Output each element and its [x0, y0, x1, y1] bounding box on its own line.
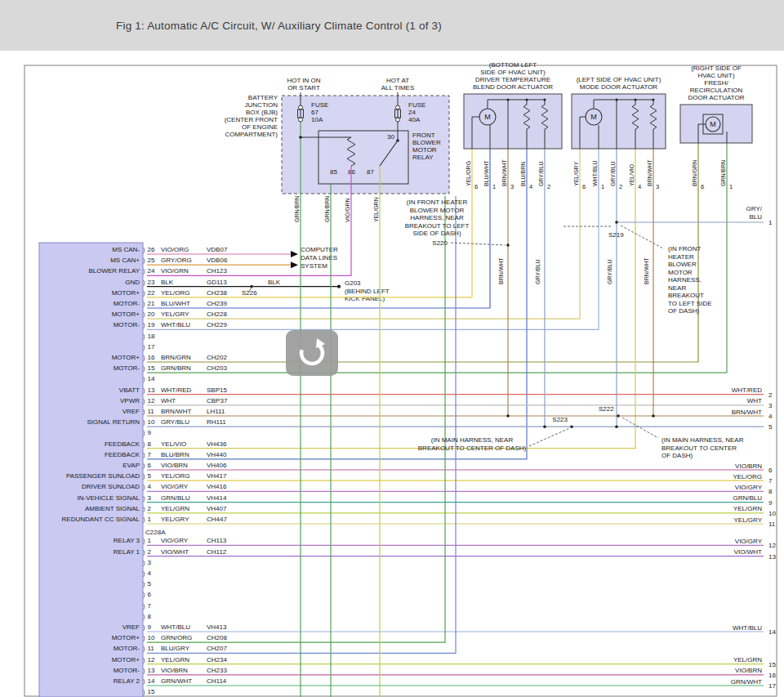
wire-color-label: YEL/ORG — [161, 289, 190, 297]
relay-pin-label: 85 — [330, 168, 337, 176]
pin-number: 12 — [148, 397, 155, 404]
wire-color-label: GRN/BRN — [294, 196, 300, 222]
pin-label: RELAY 3 — [114, 537, 140, 544]
wire-color-label: YEL/GRN — [161, 505, 189, 512]
wire-color-label: BLU/WHT — [161, 300, 190, 307]
junction-dot — [615, 221, 618, 224]
note: BREAKOUT TO CENTER OF DASH) — [418, 445, 527, 452]
wire-color-label: YEL/GRN — [733, 505, 762, 512]
pin-number: 13 — [148, 667, 155, 674]
edge-pin-number: 5 — [768, 423, 773, 431]
connector-label: C228A — [145, 529, 166, 536]
pin-bracket: ) — [143, 613, 145, 620]
wire-color-label: WHT — [747, 397, 762, 404]
pin-bracket: ) — [143, 333, 145, 340]
wire-color-label: VIO/GRY — [161, 483, 189, 490]
junction-dot — [337, 284, 341, 288]
pin-label: MS CAN+ — [110, 257, 140, 264]
circuit-code: CH447 — [207, 516, 227, 523]
wire-color-label: VIO/GRN — [345, 198, 350, 222]
junction-dot — [506, 414, 510, 418]
note: HARNESS, NEAR — [410, 214, 464, 221]
pin-bracket: ) — [143, 289, 145, 297]
note: SIDE OF DASH) — [412, 230, 461, 237]
motor-letter: M — [484, 113, 491, 121]
bjb-location-label: COMPARTMENT) — [225, 131, 278, 138]
pin-label: AMBIENT SIGNAL — [85, 505, 140, 512]
pin-number: 16 — [148, 354, 155, 361]
circuit-code: CH113 — [207, 537, 227, 544]
pin-bracket: ) — [143, 429, 145, 436]
actuator-pin-number: 6 — [701, 183, 704, 190]
circuit-code: GD113 — [207, 279, 227, 286]
actuator-label: DRIVER TEMPERATURE — [475, 76, 550, 83]
wire-color-label: YEL/GRN — [733, 656, 762, 663]
splice-label: S222 — [599, 405, 614, 413]
pin-number: 19 — [148, 321, 155, 328]
junction-dot — [635, 99, 637, 101]
pin-label: VREF — [122, 408, 140, 415]
pin-label: MS CAN- — [112, 246, 140, 253]
wiring-diagram: )26MS CAN-VIO/ORGVDB07)25MS CAN+GRY/ORGV… — [0, 0, 784, 697]
circuit-code: VH413 — [207, 623, 227, 631]
ground-label: G203 — [345, 279, 361, 287]
pin-number: 3 — [148, 494, 152, 502]
bjb-location-label: BOX (BJB) — [246, 109, 278, 116]
wire-color-label: BLK — [268, 279, 281, 286]
actuator-label: FRESH/ — [704, 79, 728, 87]
wire-color-label: WHT/RED — [161, 386, 192, 394]
junction-dot — [526, 99, 528, 101]
junction-dot — [652, 414, 655, 418]
pin-bracket: ) — [143, 494, 145, 502]
circuit-code: VH414 — [207, 494, 227, 502]
pin-label: MOTOR+ — [112, 289, 140, 297]
circuit-code: VH436 — [207, 440, 227, 448]
pin-number: 7 — [148, 451, 152, 458]
wire-color-label: YEL/ORG — [161, 472, 190, 480]
motor-letter: M — [710, 120, 716, 128]
actuator-pin-number: 1 — [492, 183, 496, 190]
pin-number: 12 — [148, 656, 155, 663]
pin-bracket: ) — [143, 677, 145, 685]
actuator-label: MODE DOOR ACTUATOR — [580, 83, 657, 91]
hot-label: OR START — [287, 84, 320, 92]
circuit-code: VH406 — [207, 462, 227, 469]
motor-letter: M — [590, 113, 597, 121]
note: (IN MAIN HARNESS, NEAR — [431, 436, 514, 444]
wire-color-label: VIO/GRN — [161, 267, 189, 275]
wire-color-label: WHT/RED — [732, 386, 763, 394]
wire-color-label: VIO/BRN — [735, 667, 762, 674]
circuit-code: CH123 — [207, 267, 227, 275]
pin-number: 23 — [148, 279, 155, 286]
pin-bracket: ) — [143, 548, 145, 556]
note: (IN FRONT HEATER — [407, 199, 468, 206]
wire-color-label: BLK — [161, 279, 174, 286]
circuit-code: VH440 — [207, 451, 227, 458]
pin-bracket: ) — [143, 688, 145, 695]
pin-number: 17 — [148, 343, 155, 351]
relay-pin-label: 86 — [348, 168, 355, 176]
wire-color-label: BRN/WHT — [501, 159, 507, 186]
wire-color-label: GRY/BLU — [535, 259, 541, 284]
fuse-label: FUSE — [408, 101, 425, 109]
fuse-icon — [299, 118, 303, 122]
wire-color-label: GRN/BRN — [324, 196, 330, 222]
pin-bracket: ) — [143, 472, 145, 480]
computer-data-lines-label: COMPUTER — [301, 246, 338, 253]
pin-number: 9 — [148, 623, 152, 631]
wire-color-label: GRY/ORG — [161, 257, 192, 264]
circuit-code: CH233 — [207, 667, 227, 674]
wire-color-label: BLU/WHT — [483, 160, 489, 186]
actuator-label: (BOTTOM LEFT — [489, 61, 537, 69]
edge-pin-number: 14 — [768, 628, 776, 636]
hot-label: ALL TIMES — [381, 84, 414, 92]
pin-bracket: ) — [143, 645, 145, 652]
edge-pin-number: 17 — [768, 682, 776, 690]
pin-number: 10 — [148, 634, 155, 641]
edge-pin-number: 15 — [768, 661, 776, 668]
wire-color-label: BRN/WHT — [732, 409, 762, 416]
ground-note: KICK PANEL) — [345, 295, 385, 302]
note: BREAKOUT — [668, 292, 704, 299]
pin-number: 10 — [148, 418, 155, 426]
pin-number: 2 — [148, 548, 152, 556]
